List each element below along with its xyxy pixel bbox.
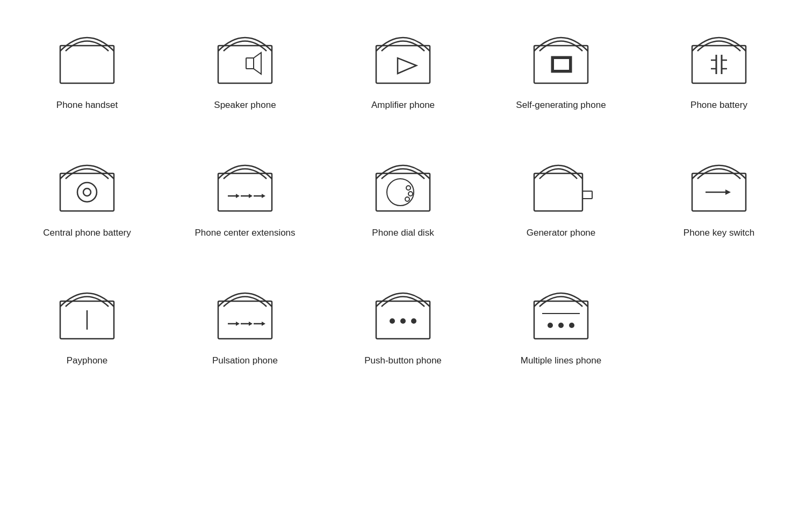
svg-point-52	[558, 323, 564, 328]
icon-self-generating-phone	[518, 16, 604, 91]
svg-rect-9	[692, 46, 746, 83]
item-push-button-phone: Push-button phone	[327, 272, 479, 367]
icon-generator-phone	[518, 144, 604, 219]
svg-point-53	[569, 323, 574, 328]
icon-grid: Phone handset Speaker phone	[11, 16, 795, 367]
item-phone-center-extensions: Phone center extensions	[169, 144, 321, 239]
item-multiple-lines-phone: Multiple lines phone	[485, 272, 637, 367]
item-phone-handset: Phone handset	[11, 16, 163, 112]
svg-point-51	[548, 323, 553, 328]
label-payphone: Payphone	[67, 354, 108, 367]
label-speaker-phone: Speaker phone	[214, 99, 276, 112]
item-payphone: Payphone	[11, 272, 163, 367]
label-phone-key-switch: Phone key switch	[683, 227, 754, 239]
label-self-generating-phone: Self-generating phone	[516, 99, 606, 112]
svg-rect-49	[534, 301, 588, 339]
icon-speaker-phone	[202, 16, 288, 91]
item-central-phone-battery: Central phone battery	[11, 144, 163, 239]
item-self-generating-phone: Self-generating phone	[485, 16, 637, 112]
svg-rect-4	[376, 46, 430, 83]
icon-phone-center-extensions	[202, 144, 288, 219]
svg-rect-0	[60, 46, 114, 83]
label-phone-center-extensions: Phone center extensions	[195, 227, 295, 239]
svg-point-28	[406, 186, 411, 190]
label-push-button-phone: Push-button phone	[364, 354, 442, 367]
svg-marker-42	[249, 322, 253, 326]
svg-marker-35	[725, 190, 731, 195]
label-multiple-lines-phone: Multiple lines phone	[521, 354, 601, 367]
item-phone-battery: Phone battery	[643, 16, 795, 112]
item-phone-dial-disk: Phone dial disk	[327, 144, 479, 239]
svg-rect-8	[554, 59, 569, 70]
svg-marker-40	[236, 322, 240, 326]
svg-point-46	[390, 318, 395, 324]
svg-point-17	[77, 183, 97, 202]
svg-rect-38	[218, 301, 272, 339]
icon-phone-key-switch	[676, 144, 762, 219]
icon-phone-dial-disk	[360, 144, 446, 219]
icon-multiple-lines-phone	[518, 272, 604, 347]
label-phone-battery: Phone battery	[690, 99, 747, 112]
item-generator-phone: Generator phone	[485, 144, 637, 239]
svg-rect-32	[582, 191, 592, 199]
svg-marker-44	[262, 322, 265, 326]
icon-central-phone-battery	[44, 144, 130, 219]
icon-push-button-phone	[360, 272, 446, 347]
label-phone-handset: Phone handset	[56, 99, 118, 112]
label-pulsation-phone: Pulsation phone	[212, 354, 278, 367]
icon-payphone	[44, 272, 130, 347]
svg-rect-16	[60, 173, 114, 211]
icon-amplifier-phone	[360, 16, 446, 91]
label-central-phone-battery: Central phone battery	[43, 227, 131, 239]
svg-rect-2	[246, 58, 254, 69]
icon-phone-handset	[44, 16, 130, 91]
item-amplifier-phone: Amplifier phone	[327, 16, 479, 112]
svg-rect-31	[534, 173, 582, 211]
svg-marker-23	[249, 194, 253, 198]
label-amplifier-phone: Amplifier phone	[371, 99, 435, 112]
icon-pulsation-phone	[202, 272, 288, 347]
svg-rect-19	[218, 173, 272, 211]
svg-marker-21	[236, 194, 240, 198]
svg-point-48	[411, 318, 416, 324]
label-phone-dial-disk: Phone dial disk	[372, 227, 434, 239]
svg-point-47	[400, 318, 406, 324]
svg-rect-1	[218, 46, 272, 83]
svg-marker-25	[262, 194, 265, 198]
svg-point-18	[83, 188, 91, 196]
svg-point-30	[405, 197, 409, 201]
svg-marker-3	[254, 53, 261, 74]
item-speaker-phone: Speaker phone	[169, 16, 321, 112]
svg-marker-5	[398, 58, 416, 74]
icon-phone-battery	[676, 16, 762, 91]
svg-point-29	[408, 192, 413, 196]
label-generator-phone: Generator phone	[527, 227, 596, 239]
item-pulsation-phone: Pulsation phone	[169, 272, 321, 367]
item-phone-key-switch: Phone key switch	[643, 144, 795, 239]
